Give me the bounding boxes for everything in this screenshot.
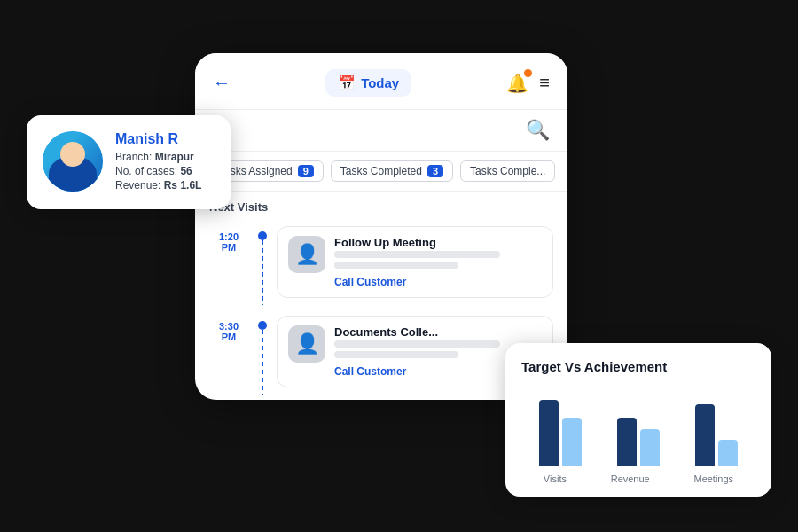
chart-area <box>521 387 755 466</box>
today-label: Today <box>361 75 399 90</box>
timeline-1 <box>257 226 268 305</box>
task-assigned-count: 9 <box>298 165 314 177</box>
chart-title: Target Vs Achievement <box>521 359 755 374</box>
chart-label-visits: Visits <box>544 473 567 484</box>
chart-label-revenue: Revenue <box>611 473 650 484</box>
notification-button[interactable]: 🔔 <box>506 73 528 94</box>
back-button[interactable]: ← <box>213 73 231 93</box>
main-header: ← 📅 Today 🔔 ≡ <box>195 53 567 110</box>
bar-meetings-light <box>718 440 738 466</box>
chart-group-revenue <box>617 418 660 466</box>
chart-group-visits <box>539 400 582 466</box>
visit-avatar-2: 👤 <box>288 325 325 363</box>
visit-call-1[interactable]: Call Customer <box>334 276 542 288</box>
header-center: 📅 Today <box>325 69 411 97</box>
chart-group-meetings <box>695 404 738 466</box>
menu-button[interactable]: ≡ <box>539 73 550 93</box>
timeline-dot-2 <box>258 321 267 330</box>
task-badge-third[interactable]: Tasks Comple... <box>460 160 555 182</box>
bar-revenue-dark <box>617 418 637 466</box>
chart-label-meetings: Meetings <box>693 473 733 484</box>
person-icon-1: 👤 <box>295 243 319 266</box>
visit-title-2: Documents Colle... <box>334 325 542 339</box>
timeline-line-2 <box>262 330 263 395</box>
bar-meetings-dark <box>695 404 715 466</box>
timeline-2 <box>257 316 268 395</box>
chart-card: Target Vs Achievement Visits Revenue Mee… <box>505 343 771 497</box>
timeline-line-1 <box>262 240 263 305</box>
visit-card-1[interactable]: 👤 Follow Up Meeting Call Customer <box>277 226 553 298</box>
calendar-icon: 📅 <box>338 74 356 91</box>
header-left: ← <box>213 73 231 93</box>
profile-revenue: Revenue: Rs 1.6L <box>115 179 215 192</box>
task-completed-count: 3 <box>427 165 443 177</box>
profile-cases: No. of cases: 56 <box>115 165 215 177</box>
visit-address-bar-2 <box>334 262 458 269</box>
visit-title-1: Follow Up Meeting <box>334 236 542 249</box>
profile-branch: Branch: Mirapur <box>115 151 215 163</box>
bar-visits-dark <box>539 400 559 466</box>
bar-visits-light <box>562 418 582 466</box>
profile-revenue-value: Rs 1.6L <box>164 179 202 192</box>
profile-name: Manish R <box>115 131 215 147</box>
profile-avatar-image <box>43 131 103 192</box>
chart-labels: Visits Revenue Meetings <box>521 473 755 484</box>
header-right: 🔔 ≡ <box>506 73 550 94</box>
visits-header-label: Next Visits <box>195 200 567 221</box>
profile-card: Manish R Branch: Mirapur No. of cases: 5… <box>27 115 231 209</box>
search-button[interactable]: 🔍 <box>526 119 550 142</box>
visit-time-2: 3:30PM <box>209 316 248 395</box>
visit-avatar-1: 👤 <box>288 236 325 273</box>
task-badges-row: Tasks Assigned 9 Tasks Completed 3 Tasks… <box>195 152 567 192</box>
profile-cases-value: 56 <box>180 165 192 177</box>
profile-avatar <box>43 131 103 192</box>
visit-row-1: 1:20PM 👤 Follow Up Meeting Call Customer <box>195 221 567 310</box>
task-third-label: Tasks Comple... <box>470 165 545 177</box>
search-row: 🔍 <box>195 110 567 152</box>
profile-branch-value: Mirapur <box>155 151 194 163</box>
visit-address-bar-3 <box>334 340 500 348</box>
task-badge-completed[interactable]: Tasks Completed 3 <box>331 160 453 182</box>
person-icon-2: 👤 <box>295 332 319 356</box>
timeline-dot-1 <box>258 231 267 240</box>
profile-info: Manish R Branch: Mirapur No. of cases: 5… <box>115 131 215 193</box>
task-completed-label: Tasks Completed <box>340 165 422 177</box>
bar-revenue-light <box>640 429 660 466</box>
visit-time-1: 1:20PM <box>209 226 248 305</box>
visit-info-1: Follow Up Meeting Call Customer <box>334 236 542 288</box>
visit-address-bar-1 <box>334 251 500 258</box>
visit-address-bar-4 <box>334 351 458 358</box>
notification-badge <box>524 69 532 77</box>
